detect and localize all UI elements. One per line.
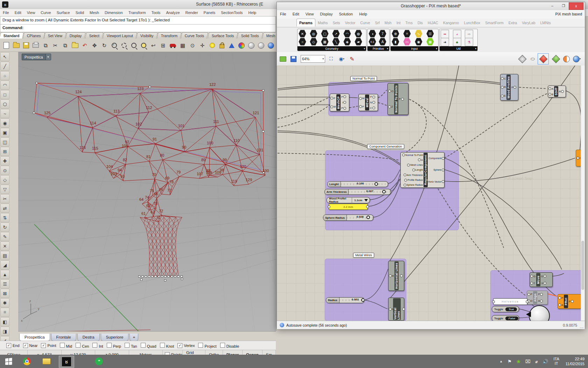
component-meshcp[interactable]: PMMeshCPPIP	[330, 94, 349, 111]
output-nub[interactable]	[343, 107, 346, 110]
start-button[interactable]	[1, 356, 16, 367]
output-nub[interactable]	[343, 101, 346, 104]
input-port[interactable]: A	[558, 304, 563, 307]
scrollbar-thumb[interactable]	[581, 241, 584, 290]
layers-tool-icon[interactable]: ☰	[0, 279, 9, 288]
input-port[interactable]: Lenght	[412, 169, 423, 171]
cut-tool-tool-icon[interactable]: ✂	[0, 194, 9, 203]
pan-icon[interactable]: ✥	[90, 41, 99, 50]
viewport-tab-prospettica[interactable]: Prospettica	[19, 334, 50, 341]
output-nub[interactable]	[544, 275, 546, 278]
output-port[interactable]: I	[341, 101, 346, 104]
rhino-tab-visibility[interactable]: Visibility	[136, 32, 158, 39]
input-nub[interactable]	[530, 275, 533, 278]
language-indicator[interactable]: ITAIT	[553, 357, 559, 366]
circle-param-icon[interactable]: ○	[299, 38, 306, 46]
palette-group-label-primitive[interactable]: Primitive▾	[368, 46, 389, 51]
circle-center-icon[interactable]: ⊙	[188, 41, 197, 50]
triangle-corner-tool-icon[interactable]: ◢	[0, 260, 9, 270]
input-nub[interactable]	[330, 105, 333, 108]
viewport-tab-destra[interactable]: Destra	[77, 334, 100, 341]
output-port[interactable]: X	[541, 282, 546, 285]
slider-track[interactable]: 0.002	[340, 298, 364, 303]
select-arrow-tool-icon[interactable]: ↖	[0, 52, 9, 61]
gradient-icon[interactable]: ☰	[426, 30, 434, 38]
rhino-tab-cplanes[interactable]: CPlanes	[23, 32, 45, 39]
input-port[interactable]: R	[501, 86, 506, 89]
gh-tab-srf[interactable]: Srf	[372, 19, 382, 26]
output-port[interactable]: P	[569, 300, 574, 303]
rhino-menu-edit[interactable]: Edit	[12, 9, 24, 16]
grasshopper-canvas[interactable]: Full-screen Snip PMMeshCPPIPMPMEvalPNCOZ…	[277, 66, 585, 321]
cplane-grid-icon[interactable]: ▦	[178, 41, 187, 50]
input-nub[interactable]	[501, 86, 504, 89]
input-nub[interactable]	[388, 105, 391, 108]
rhino-tab-mesh-tools[interactable]: Mesh Tools	[262, 32, 276, 39]
delete-tool-icon[interactable]: ✕	[0, 241, 9, 251]
component-vertical-lines[interactable]: RVertical Lines	[388, 298, 404, 321]
render-car-icon[interactable]	[168, 41, 177, 50]
data-dam-icon[interactable]: ◕	[453, 30, 461, 38]
gh-tab-curve[interactable]: Curve	[358, 19, 372, 26]
selected-only-preview-icon[interactable]	[551, 54, 560, 63]
custom-preview-icon[interactable]	[562, 54, 571, 63]
rhino-menu-transform[interactable]: Transform	[126, 9, 149, 16]
integer-param-icon[interactable]: 7	[379, 30, 386, 38]
lightbulb-icon[interactable]	[208, 41, 217, 50]
input-port[interactable]: A	[418, 158, 423, 161]
sphere-blue-icon[interactable]	[266, 41, 275, 50]
output-nub[interactable]	[372, 107, 375, 109]
document-preview-icon[interactable]: ▾	[572, 54, 581, 63]
rectangle-tool-icon[interactable]: □	[0, 90, 9, 99]
rhino-tab-select[interactable]: Select	[85, 32, 104, 39]
input-port[interactable]: R	[389, 308, 392, 311]
pencil-tool-icon[interactable]: ✎	[0, 232, 9, 241]
rhino-menu-curve[interactable]: Curve	[38, 9, 54, 16]
knob-icon[interactable]: ◉	[415, 38, 422, 46]
value-list-wood-profiel-radius[interactable]: Wood Profiel Radius1.1cm	[327, 197, 370, 203]
input-nub[interactable]	[501, 95, 504, 97]
gh-tab-varylab[interactable]: VaryLab	[519, 19, 538, 26]
input-port[interactable]: O	[388, 90, 393, 93]
surface-loft-tool-icon[interactable]: ◫	[0, 137, 9, 146]
gh-tab-maths[interactable]: Maths	[315, 19, 330, 26]
input-port[interactable]: B	[548, 93, 553, 96]
taskbar-file-explorer[interactable]	[39, 356, 54, 367]
gh-menu-solution[interactable]: Solution	[336, 10, 356, 18]
output-port[interactable]: Horiz Vector	[428, 180, 444, 183]
viewport-tab-add[interactable]: +	[130, 334, 138, 341]
gh-menu-file[interactable]: File	[277, 10, 289, 18]
osnap-tan[interactable]: Tan	[121, 343, 137, 348]
brep-param-icon[interactable]: ◍	[355, 30, 362, 38]
rhino-tab-viewport-layout[interactable]: Viewport Layout	[103, 32, 137, 39]
yellow-panel[interactable]: 2.2 mm	[329, 204, 368, 210]
rhino-menu-file[interactable]: File	[0, 9, 12, 16]
network-signal-icon[interactable]: ⸙	[536, 359, 538, 364]
rhino-command-history[interactable]: Drag a window to zoom ( All Dynamic Exte…	[0, 16, 276, 25]
text-panel[interactable]: Helvetica	[493, 298, 527, 305]
gh-menu-help[interactable]: Help	[356, 10, 370, 18]
gh-tab-int[interactable]: Int	[394, 19, 403, 26]
input-nub[interactable]	[404, 184, 406, 186]
antivirus-icon[interactable]: ❀	[517, 359, 520, 364]
input-nub[interactable]	[404, 173, 406, 176]
surface-plane-tool-icon[interactable]: ▣	[0, 128, 9, 137]
viewport-tab-frontale[interactable]: Frontale	[51, 334, 76, 341]
output-nub[interactable]	[540, 293, 543, 296]
input-nub[interactable]	[492, 300, 495, 303]
sketch-pen-icon[interactable]: ✎	[348, 54, 357, 63]
rhino-menu-help[interactable]: Help	[246, 9, 259, 16]
curve-line-tool-icon[interactable]: ╱	[0, 62, 9, 71]
surface-param-icon[interactable]: ◇	[310, 38, 317, 46]
viewport-label[interactable]: Prospettica ▼	[22, 54, 51, 60]
action-center-flag-icon[interactable]: ⚑	[507, 359, 512, 364]
input-nub[interactable]	[412, 169, 415, 171]
input-port[interactable]: A	[548, 87, 553, 90]
viewport-tab-superiore[interactable]: Superiore	[101, 334, 129, 341]
slider-radius[interactable]: Radius0.002	[326, 297, 364, 303]
output-nub[interactable]	[571, 300, 574, 303]
undo-icon[interactable]: ↶	[80, 41, 89, 50]
grasshopper-title-bar[interactable]: Grasshopper - PiX mesh based* – ❐ x	[277, 2, 585, 11]
gh-tab-sets[interactable]: Sets	[330, 19, 343, 26]
input-nub[interactable]	[558, 304, 561, 306]
